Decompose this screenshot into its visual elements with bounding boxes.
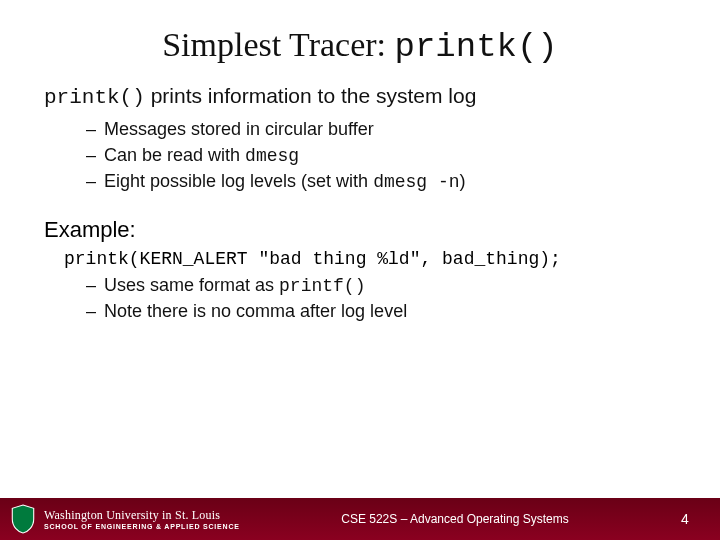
course-label: CSE 522S – Advanced Operating Systems: [260, 498, 650, 540]
lead-line: printk() prints information to the syste…: [44, 82, 676, 111]
example-code: printk(KERN_ALERT "bad thing %ld", bad_t…: [64, 249, 676, 269]
lead-code: printk(): [44, 86, 145, 109]
bullet-code: dmesg -n: [373, 172, 459, 192]
slide-title: Simplest Tracer: printk(): [0, 0, 720, 74]
bullet-list-2: Uses same format as printf() Note there …: [86, 273, 676, 325]
list-item: Note there is no comma after log level: [86, 299, 676, 325]
bullet-text: ): [460, 171, 466, 191]
example-heading: Example:: [44, 217, 676, 243]
bullet-text: Eight possible log levels (set with: [104, 171, 373, 191]
bullet-list-1: Messages stored in circular buffer Can b…: [86, 117, 676, 194]
bullet-code: dmesg: [245, 146, 299, 166]
page-number: 4: [650, 498, 720, 540]
list-item: Uses same format as printf(): [86, 273, 676, 299]
shield-icon: [10, 504, 36, 534]
bullet-text: Uses same format as: [104, 275, 279, 295]
bullet-text: Can be read with: [104, 145, 245, 165]
university-logo: Washington University in St. Louis SCHOO…: [0, 498, 260, 540]
bullet-text: Messages stored in circular buffer: [104, 119, 374, 139]
university-name: Washington University in St. Louis: [44, 509, 240, 521]
list-item: Can be read with dmesg: [86, 143, 676, 169]
school-name: SCHOOL OF ENGINEERING & APPLIED SCIENCE: [44, 523, 240, 530]
footer-bar: Washington University in St. Louis SCHOO…: [0, 498, 720, 540]
title-code: printk(): [395, 28, 558, 66]
lead-text: prints information to the system log: [145, 84, 476, 107]
bullet-text: Note there is no comma after log level: [104, 301, 407, 321]
university-text: Washington University in St. Louis SCHOO…: [44, 509, 240, 530]
slide: Simplest Tracer: printk() printk() print…: [0, 0, 720, 540]
bullet-code: printf(): [279, 276, 365, 296]
list-item: Eight possible log levels (set with dmes…: [86, 169, 676, 195]
list-item: Messages stored in circular buffer: [86, 117, 676, 143]
title-prefix: Simplest Tracer:: [162, 26, 394, 63]
slide-body: printk() prints information to the syste…: [0, 74, 720, 324]
